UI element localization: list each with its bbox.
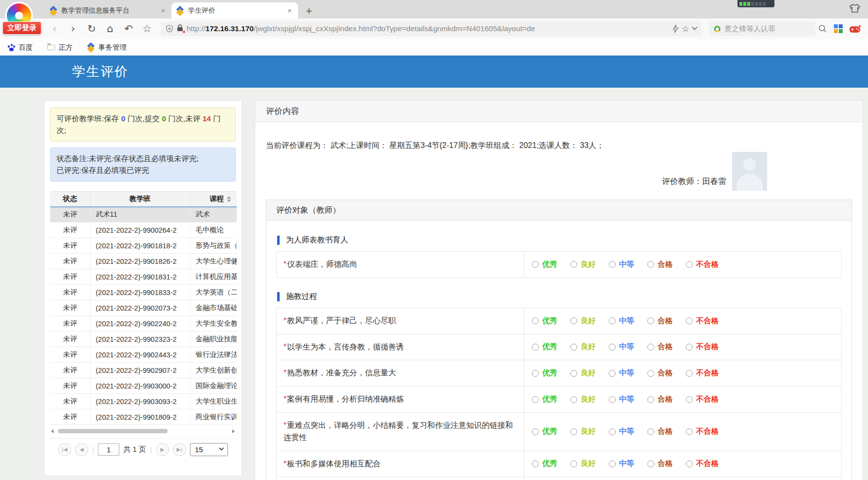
sort-icon[interactable] — [227, 196, 231, 202]
rating-option-fail[interactable]: 不合格 — [686, 394, 719, 405]
col-header-class[interactable]: 教学班 — [90, 192, 190, 207]
rating-option-fail[interactable]: 不合格 — [686, 368, 719, 378]
new-tab-button[interactable]: + — [306, 5, 312, 18]
rating-option-fail[interactable]: 不合格 — [686, 342, 719, 352]
radio-good-icon[interactable] — [570, 317, 577, 324]
first-page-button[interactable]: |◀ — [58, 443, 71, 456]
radio-excellent-icon[interactable] — [532, 370, 539, 377]
radio-fail-icon[interactable] — [686, 344, 693, 351]
address-bar[interactable]: × http://172.16.31.170/jwglxt/xspjgl/xsp… — [161, 21, 701, 36]
rating-option-excellent[interactable]: 优秀 — [532, 316, 557, 326]
scroll-right-icon[interactable] — [232, 429, 235, 433]
rating-option-good[interactable]: 良好 — [570, 316, 596, 326]
radio-good-icon[interactable] — [570, 370, 577, 377]
radio-fail-icon[interactable] — [686, 317, 693, 324]
bookmark-2[interactable]: 正方 — [47, 43, 73, 52]
class-row[interactable]: 未评(2021-2022-2)-9902907-2大学生创新创业 — [50, 363, 237, 378]
scrollbar-thumb[interactable] — [58, 429, 168, 433]
radio-excellent-icon[interactable] — [532, 396, 539, 403]
rating-option-medium[interactable]: 中等 — [609, 342, 634, 352]
reload-icon[interactable]: ↻ — [84, 24, 99, 34]
rating-option-fail[interactable]: 不合格 — [686, 426, 719, 437]
scroll-left-icon[interactable] — [51, 429, 54, 433]
class-row[interactable]: 未评(2021-2022-2)-9901809-2商业银行实训 — [50, 409, 237, 425]
rating-option-excellent[interactable]: 优秀 — [532, 394, 557, 405]
rating-option-medium[interactable]: 中等 — [609, 316, 634, 326]
rating-option-good[interactable]: 良好 — [570, 426, 596, 437]
class-row[interactable]: 未评(2021-2022-2)-9902240-2大学生安全教育 — [50, 316, 237, 332]
radio-pass-icon[interactable] — [647, 317, 654, 324]
radio-good-icon[interactable] — [570, 344, 577, 351]
search-box[interactable]: 黄之锋等人认罪 — [709, 21, 815, 36]
browser-tab-1[interactable]: 教学管理信息服务平台× — [45, 2, 171, 18]
rating-option-pass[interactable]: 合格 — [647, 459, 673, 469]
bookmark-1[interactable]: 百度 — [8, 43, 33, 52]
radio-fail-icon[interactable] — [686, 396, 693, 403]
radio-excellent-icon[interactable] — [532, 344, 539, 351]
browser-tab-2[interactable]: 学生评价× — [171, 2, 298, 18]
home-icon[interactable]: ⌂ — [102, 24, 118, 34]
page-number-input[interactable] — [98, 443, 119, 456]
class-row[interactable]: 未评(2021-2022-2)-9902443-2银行业法律法规 — [50, 347, 237, 363]
games-gamepad-icon[interactable] — [849, 25, 861, 33]
rating-option-fail[interactable]: 不合格 — [686, 259, 719, 270]
rating-option-good[interactable]: 良好 — [570, 342, 596, 352]
apps-grid-icon[interactable] — [834, 24, 843, 33]
rating-option-medium[interactable]: 中等 — [609, 426, 634, 437]
prev-page-button[interactable]: ◀ — [75, 443, 88, 456]
tab-close-icon[interactable]: × — [159, 6, 167, 15]
col-header-status[interactable]: 状态 — [50, 192, 90, 207]
favorite-star-icon[interactable]: ☆ — [139, 24, 155, 34]
class-row[interactable]: 未评(2021-2022-2)-9901826-2大学生心理健康 — [50, 254, 237, 269]
rating-option-fail[interactable]: 不合格 — [686, 459, 719, 469]
radio-fail-icon[interactable] — [686, 370, 693, 377]
radio-medium-icon[interactable] — [609, 396, 616, 403]
radio-medium-icon[interactable] — [609, 461, 616, 467]
radio-excellent-icon[interactable] — [532, 461, 539, 467]
class-row[interactable]: 未评(2021-2022-2)-9903000-2国际金融理论 — [50, 378, 237, 394]
insecure-lock-icon[interactable]: × — [177, 24, 183, 34]
class-row[interactable]: 未评(2021-2022-2)-9902073-2金融市场基础知 — [50, 300, 237, 316]
theme-tshirt-icon[interactable] — [849, 4, 860, 15]
rating-option-excellent[interactable]: 优秀 — [532, 459, 557, 469]
rating-option-excellent[interactable]: 优秀 — [532, 368, 557, 378]
rating-option-good[interactable]: 良好 — [570, 459, 596, 469]
class-row[interactable]: 未评(2021-2022-2)-9900264-2毛中概论 — [50, 222, 237, 238]
radio-good-icon[interactable] — [570, 396, 577, 403]
class-row[interactable]: 未评武术11武术 — [50, 207, 237, 222]
rating-option-pass[interactable]: 合格 — [647, 259, 673, 270]
rating-option-good[interactable]: 良好 — [570, 394, 596, 405]
rating-option-good[interactable]: 良好 — [570, 259, 596, 270]
search-query[interactable]: 黄之锋等人认罪 — [724, 24, 775, 34]
bookmark-star-icon[interactable]: ☆ — [682, 24, 689, 34]
radio-fail-icon[interactable] — [686, 261, 693, 268]
radio-fail-icon[interactable] — [686, 461, 693, 467]
rating-option-excellent[interactable]: 优秀 — [532, 342, 557, 352]
radio-excellent-icon[interactable] — [532, 317, 539, 324]
page-size-select[interactable]: 15 — [190, 443, 228, 456]
radio-pass-icon[interactable] — [647, 461, 654, 467]
radio-good-icon[interactable] — [570, 261, 577, 268]
radio-medium-icon[interactable] — [609, 261, 616, 268]
rating-option-pass[interactable]: 合格 — [647, 342, 673, 352]
rating-option-medium[interactable]: 中等 — [609, 259, 634, 270]
class-row[interactable]: 未评(2021-2022-2)-9902323-2金融职业技能（ — [50, 332, 237, 347]
rating-option-pass[interactable]: 合格 — [647, 316, 673, 326]
radio-excellent-icon[interactable] — [532, 261, 539, 268]
horizontal-scrollbar[interactable] — [50, 428, 236, 434]
radio-good-icon[interactable] — [570, 428, 577, 435]
rating-option-excellent[interactable]: 优秀 — [532, 259, 557, 270]
rating-option-medium[interactable]: 中等 — [609, 368, 634, 378]
url-text[interactable]: http://172.16.31.170/jwglxt/xspjgl/xspj_… — [187, 24, 669, 33]
rating-option-good[interactable]: 良好 — [570, 368, 596, 378]
radio-pass-icon[interactable] — [647, 344, 654, 351]
radio-fail-icon[interactable] — [686, 428, 693, 435]
rating-option-pass[interactable]: 合格 — [647, 368, 673, 378]
radio-pass-icon[interactable] — [647, 261, 654, 268]
undo-icon[interactable]: ↶ — [121, 24, 136, 34]
next-page-button[interactable]: ▶ — [156, 443, 169, 456]
rating-option-pass[interactable]: 合格 — [647, 426, 673, 437]
radio-pass-icon[interactable] — [647, 396, 654, 403]
class-row[interactable]: 未评(2021-2022-2)-9901833-2大学英语（二） — [50, 285, 237, 300]
radio-medium-icon[interactable] — [609, 317, 616, 324]
